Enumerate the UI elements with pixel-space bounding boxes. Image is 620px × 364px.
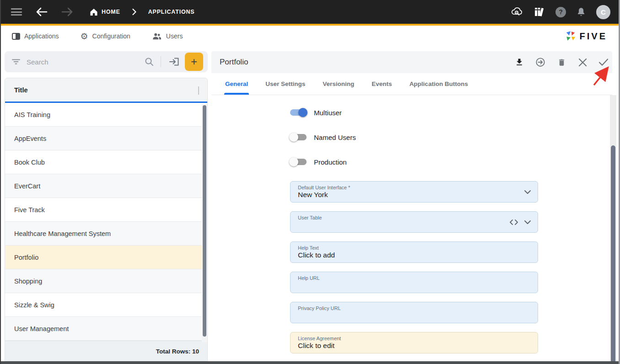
back-arrow-icon[interactable] <box>36 7 48 17</box>
applications-icon <box>12 33 20 40</box>
applications-table: Title AIS Training AppEvents Book Club E… <box>5 78 208 361</box>
record-tabs: General User Settings Versioning Events … <box>211 73 612 95</box>
divider <box>161 56 161 67</box>
users-group-icon <box>152 32 162 40</box>
gear-wrench-icon: ⚙ <box>81 32 88 41</box>
table-row[interactable]: AppEvents <box>5 127 207 150</box>
table-row[interactable]: Healthcare Management System <box>5 222 207 246</box>
breadcrumb-current[interactable]: APPLICATIONS <box>148 9 195 15</box>
save-check-icon[interactable] <box>598 57 609 67</box>
help-text-field[interactable]: Help Text Click to add <box>290 241 538 263</box>
table-row[interactable]: Sizzle & Swig <box>5 293 207 317</box>
library-books-icon[interactable] <box>534 6 545 17</box>
general-form: Multiuser Named Users Production Default… <box>211 95 612 353</box>
applications-list-panel: + Title AIS Training AppEvents Book Club… <box>5 51 208 361</box>
table-row[interactable]: Shopping <box>5 269 207 293</box>
module-toolbar: Applications ⚙ Configuration Users <box>1 26 619 47</box>
close-icon[interactable] <box>577 57 588 67</box>
column-header-title[interactable]: Title <box>14 86 28 94</box>
default-user-interface-field[interactable]: Default User Interface * New York <box>290 181 538 203</box>
privacy-policy-url-field[interactable]: Privacy Policy URL <box>290 302 538 323</box>
top-navigation-bar: HOME APPLICATIONS <box>1 0 619 24</box>
table-footer: Total Rows: 10 <box>5 341 207 361</box>
topbar-actions: ? C <box>511 5 610 19</box>
search-input[interactable] <box>27 58 144 66</box>
table-row[interactable]: AIS Training <box>5 103 207 127</box>
tab-applications[interactable]: Applications <box>12 32 59 40</box>
menu-icon[interactable] <box>11 8 22 16</box>
five-brand-logo: FIVE <box>565 26 607 47</box>
brand-name: FIVE <box>580 31 607 42</box>
table-row[interactable]: EverCart <box>5 174 207 198</box>
table-header[interactable]: Title <box>5 78 207 103</box>
license-agreement-field[interactable]: License Agreement Click to edit <box>290 332 538 353</box>
filter-icon[interactable] <box>12 59 20 65</box>
import-icon[interactable] <box>167 54 182 70</box>
avatar[interactable]: C <box>596 5 610 19</box>
chevron-right-icon <box>132 9 136 15</box>
record-title: Portfolio <box>220 58 248 67</box>
named-users-toggle[interactable] <box>290 134 307 140</box>
chevron-down-icon[interactable] <box>524 190 531 194</box>
user-table-field[interactable]: User Table <box>290 211 538 233</box>
search-bar: + <box>5 51 208 72</box>
toggle-label: Production <box>314 158 347 166</box>
add-application-button[interactable]: + <box>185 53 203 71</box>
column-resize-handle[interactable] <box>198 86 199 95</box>
named-users-toggle-row: Named Users <box>290 132 612 143</box>
detail-scrollbar[interactable] <box>610 95 616 361</box>
toggle-label: Named Users <box>314 134 356 141</box>
tab-application-buttons[interactable]: Application Buttons <box>408 73 470 95</box>
home-icon[interactable] <box>90 8 98 16</box>
breadcrumb: HOME APPLICATIONS <box>90 8 194 16</box>
tab-user-settings[interactable]: User Settings <box>264 73 307 95</box>
detail-scrollbar-thumb[interactable] <box>611 145 615 361</box>
multiuser-toggle[interactable] <box>290 109 307 116</box>
total-rows-label: Total Rows: 10 <box>156 348 199 355</box>
record-actions <box>514 57 610 67</box>
production-toggle-row: Production <box>290 156 612 167</box>
five-app-window: HOME APPLICATIONS <box>0 0 620 364</box>
production-toggle[interactable] <box>290 159 307 165</box>
window-bottom-edge <box>1 361 619 364</box>
tab-versioning[interactable]: Versioning <box>321 73 356 95</box>
tab-general[interactable]: General <box>223 73 250 95</box>
tab-events[interactable]: Events <box>370 73 394 95</box>
table-row[interactable]: User Management <box>5 317 207 341</box>
help-icon[interactable]: ? <box>555 7 566 17</box>
chevron-down-icon[interactable] <box>524 220 531 225</box>
search-icon[interactable] <box>144 57 154 67</box>
record-detail-panel: Portfolio General <box>211 51 612 361</box>
forward-arrow-icon[interactable] <box>61 7 73 17</box>
record-header: Portfolio <box>211 51 612 73</box>
toggle-label: Multiuser <box>314 109 342 117</box>
tab-configuration[interactable]: ⚙ Configuration <box>81 32 130 41</box>
table-scrollbar-thumb[interactable] <box>203 105 206 337</box>
five-pinwheel-icon <box>565 30 577 42</box>
table-row[interactable]: Five Track <box>5 198 207 222</box>
table-row[interactable]: Book Club <box>5 150 207 174</box>
download-icon[interactable] <box>514 57 524 67</box>
code-icon[interactable] <box>509 219 518 225</box>
table-scrollbar[interactable] <box>202 104 207 342</box>
notifications-bell-icon[interactable] <box>576 6 586 17</box>
tab-users[interactable]: Users <box>152 32 183 40</box>
open-in-circle-icon[interactable] <box>535 57 545 67</box>
table-row-selected[interactable]: Portfolio <box>5 246 207 269</box>
cloud-preview-icon[interactable] <box>511 6 523 17</box>
breadcrumb-home[interactable]: HOME <box>102 9 120 15</box>
trash-icon[interactable] <box>556 57 566 67</box>
help-url-field[interactable]: Help URL <box>290 272 538 293</box>
multiuser-toggle-row: Multiuser <box>290 107 612 118</box>
